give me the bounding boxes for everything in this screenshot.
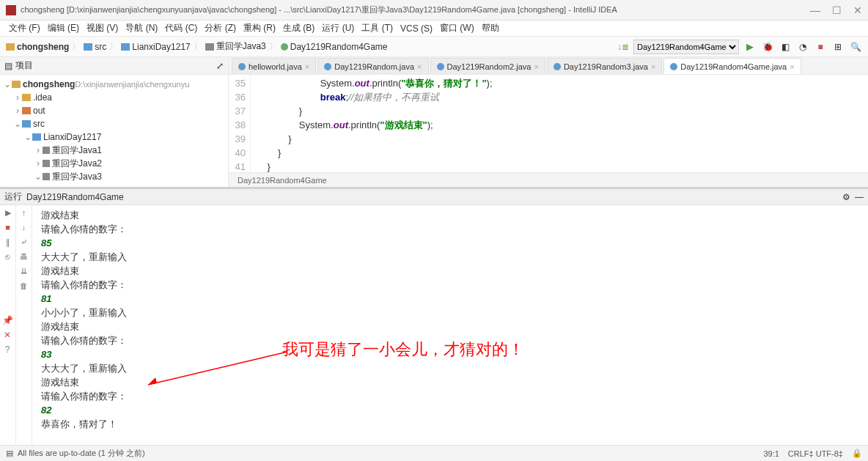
editor-tabs: helloworld.java× Day1219Random.java× Day… bbox=[229, 57, 868, 75]
class-icon bbox=[437, 63, 444, 70]
exit-icon[interactable]: ⎋ bbox=[3, 252, 13, 262]
menu-window[interactable]: 窗口 (W) bbox=[437, 22, 477, 34]
folder-icon bbox=[22, 107, 31, 114]
project-tree[interactable]: ⌄chongsheng D:\xinjianwenjianjia\chengxu… bbox=[0, 75, 228, 187]
app-icon bbox=[6, 5, 16, 15]
up-icon[interactable]: ↑ bbox=[19, 208, 29, 218]
project-sidebar: ▤ 项目 ⤢ ⌄chongsheng D:\xinjianwenjianjia\… bbox=[0, 57, 229, 187]
project-tab-label[interactable]: 项目 bbox=[15, 59, 33, 72]
close-icon[interactable]: × bbox=[651, 62, 655, 71]
source[interactable]: System.out.println("恭喜你，猜对了！"); break;//… bbox=[251, 75, 868, 172]
code-editor[interactable]: 3536373839404142 System.out.println("恭喜你… bbox=[229, 75, 868, 172]
class-icon bbox=[281, 43, 288, 51]
structure-icon[interactable]: ⊞ bbox=[831, 40, 845, 54]
minimize-icon[interactable]: — bbox=[810, 4, 820, 16]
class-icon bbox=[670, 63, 677, 70]
run-tab-label[interactable]: 运行 bbox=[4, 191, 22, 203]
crumb-src[interactable]: src bbox=[95, 42, 106, 52]
breadcrumbs: chongsheng〉 src〉 LianxiDay1217〉 重回学Java3… bbox=[6, 40, 617, 53]
close-icon[interactable]: × bbox=[790, 62, 794, 71]
profile-icon[interactable]: ◔ bbox=[796, 40, 809, 54]
tab-helloworld[interactable]: helloworld.java× bbox=[232, 58, 316, 74]
status-icon: ▤ bbox=[6, 449, 13, 458]
minimize-panel-icon[interactable]: — bbox=[855, 192, 864, 202]
tab-random2[interactable]: Day1219Random2.java× bbox=[430, 58, 545, 74]
close-x-icon[interactable]: ✕ bbox=[4, 330, 11, 340]
editor-pane: helloworld.java× Day1219Random.java× Day… bbox=[229, 57, 868, 187]
folder-icon bbox=[22, 120, 31, 128]
crumb-pkg2[interactable]: 重回学Java3 bbox=[216, 40, 266, 53]
menu-code[interactable]: 代码 (C) bbox=[162, 22, 200, 34]
help-icon[interactable]: ? bbox=[5, 344, 10, 355]
folder-icon bbox=[6, 43, 15, 51]
crumb-pkg1[interactable]: LianxiDay1217 bbox=[132, 42, 190, 52]
down-icon[interactable]: ↓ bbox=[19, 223, 29, 233]
crumb-project[interactable]: chongsheng bbox=[17, 42, 69, 52]
menu-refactor[interactable]: 重构 (R) bbox=[240, 22, 279, 34]
rerun-icon[interactable]: ▶ bbox=[3, 208, 13, 218]
menu-navigate[interactable]: 导航 (N) bbox=[122, 22, 161, 34]
trash-icon[interactable]: 🗑 bbox=[19, 281, 29, 292]
folder-icon bbox=[22, 94, 31, 101]
class-icon bbox=[324, 63, 331, 70]
debug-icon[interactable]: 🐞 bbox=[761, 40, 774, 54]
close-icon[interactable]: × bbox=[305, 62, 309, 71]
scroll-icon[interactable]: ⇊ bbox=[19, 267, 29, 277]
tab-random[interactable]: Day1219Random.java× bbox=[317, 58, 428, 74]
run-config-name: Day1219Random4Game bbox=[26, 192, 124, 202]
tab-random3[interactable]: Day1219Random3.java× bbox=[547, 58, 662, 74]
menu-vcs[interactable]: VCS (S) bbox=[397, 23, 435, 34]
tab-random4game[interactable]: Day1219Random4Game.java× bbox=[663, 58, 801, 74]
crumb-file[interactable]: Day1219Random4Game bbox=[290, 42, 388, 52]
run-icon[interactable]: ▶ bbox=[743, 40, 757, 54]
folder-icon bbox=[84, 43, 92, 51]
package-icon bbox=[43, 147, 50, 154]
pause-icon[interactable]: ‖ bbox=[3, 237, 13, 248]
menu-analyze[interactable]: 分析 (Z) bbox=[202, 22, 239, 34]
search-icon[interactable]: 🔍 bbox=[849, 40, 862, 54]
maximize-icon[interactable]: ☐ bbox=[832, 4, 842, 16]
caret-position[interactable]: 39:1 bbox=[763, 449, 779, 458]
menu-tools[interactable]: 工具 (T) bbox=[358, 22, 396, 34]
run-panel: 运行 Day1219Random4Game ⚙ — ▶ ■ ‖ ⎋ ↑ ↓ ⤶ … bbox=[0, 187, 868, 446]
package-icon bbox=[43, 173, 50, 180]
stop-icon[interactable]: ■ bbox=[3, 223, 13, 233]
title-bar: chongsheng [D:\xinjianwenjianjia\chengxu… bbox=[0, 0, 868, 21]
menu-bar: 文件 (F) 编辑 (E) 视图 (V) 导航 (N) 代码 (C) 分析 (Z… bbox=[0, 21, 868, 37]
close-icon[interactable]: × bbox=[417, 62, 422, 71]
nav-bar: chongsheng〉 src〉 LianxiDay1217〉 重回学Java3… bbox=[0, 37, 868, 57]
editor-breadcrumb[interactable]: Day1219Random4Game bbox=[229, 172, 868, 187]
class-icon bbox=[553, 63, 561, 70]
menu-view[interactable]: 视图 (V) bbox=[84, 22, 121, 34]
menu-build[interactable]: 生成 (B) bbox=[280, 22, 317, 34]
menu-help[interactable]: 帮助 bbox=[479, 22, 502, 34]
print-icon[interactable]: 🖶 bbox=[19, 252, 29, 262]
wrap-icon[interactable]: ⤶ bbox=[19, 237, 29, 248]
build-icon[interactable]: ↓≣ bbox=[617, 42, 629, 52]
menu-edit[interactable]: 编辑 (E) bbox=[45, 22, 82, 34]
pin-icon[interactable]: 📌 bbox=[2, 315, 13, 325]
gear-icon[interactable]: ⚙ bbox=[842, 192, 850, 202]
folder-icon bbox=[121, 43, 130, 51]
package-icon bbox=[205, 43, 214, 51]
close-icon[interactable]: × bbox=[534, 62, 538, 71]
run-toolbar-left2: ↑ ↓ ⤶ 🖶 ⇊ 🗑 bbox=[16, 205, 32, 446]
package-icon bbox=[43, 160, 50, 167]
coverage-icon[interactable]: ◧ bbox=[779, 40, 792, 54]
project-tab-icon: ▤ bbox=[4, 61, 12, 71]
menu-file[interactable]: 文件 (F) bbox=[6, 22, 43, 34]
status-bar: ▤ All files are up-to-date (1 分钟 之前) 39:… bbox=[0, 445, 868, 461]
lock-icon[interactable]: 🔒 bbox=[852, 449, 862, 458]
collapse-icon[interactable]: ⤢ bbox=[216, 61, 224, 71]
stop-icon[interactable]: ■ bbox=[814, 40, 827, 54]
encoding[interactable]: CRLF‡ UTF-8‡ bbox=[788, 449, 843, 458]
folder-icon bbox=[32, 133, 41, 141]
close-icon[interactable]: ✕ bbox=[853, 4, 862, 16]
console-output[interactable]: 游戏结束 请输入你猜的数字： 85 大大大了，重新输入 游戏结束 请输入你猜的数… bbox=[32, 205, 868, 446]
class-icon bbox=[238, 63, 246, 70]
menu-run[interactable]: 运行 (U) bbox=[319, 22, 357, 34]
status-message: All files are up-to-date (1 分钟 之前) bbox=[18, 448, 145, 459]
gutter: 3536373839404142 bbox=[229, 75, 251, 172]
run-config-select[interactable]: Day1219Random4Game bbox=[633, 40, 739, 54]
folder-icon bbox=[12, 81, 21, 88]
